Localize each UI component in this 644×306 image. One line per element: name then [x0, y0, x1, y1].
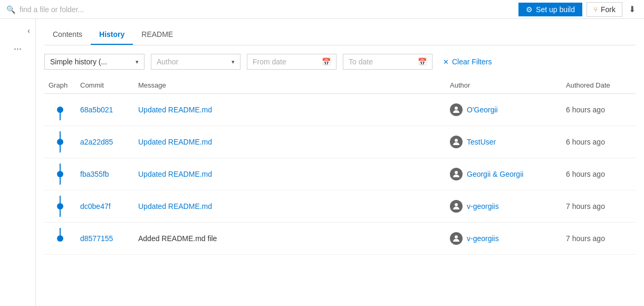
to-date-calendar-icon: 📅 — [418, 58, 427, 66]
history-type-chevron: ▾ — [136, 59, 139, 65]
col-header-author: Author — [446, 78, 562, 94]
avatar — [450, 168, 463, 180]
author-name-link[interactable]: v-georgiis — [467, 234, 499, 243]
to-date-placeholder: To date — [349, 58, 373, 66]
message-cell[interactable]: Updated README.md — [134, 158, 446, 190]
author-name-link[interactable]: O'Georgii — [467, 106, 498, 114]
svg-point-10 — [455, 171, 458, 174]
main-layout: ‹ ··· Contents History README Simple his… — [0, 19, 644, 306]
author-chevron: ▾ — [232, 59, 235, 65]
svg-point-14 — [455, 203, 458, 206]
search-icon: 🔍 — [6, 5, 15, 14]
from-date-filter[interactable]: From date 📅 — [247, 54, 337, 70]
avatar — [450, 103, 463, 116]
search-placeholder[interactable]: find a file or folder... — [20, 5, 84, 14]
message-cell[interactable]: Updated README.md — [134, 94, 446, 126]
message-link[interactable]: Updated README.md — [138, 138, 212, 146]
author-filter[interactable]: Author ▾ — [151, 54, 241, 70]
commit-link[interactable]: fba355fb — [80, 170, 109, 178]
setup-build-label: Set up build — [536, 5, 575, 14]
clear-filters-label: Clear Filters — [452, 58, 492, 66]
commit-hash-cell[interactable]: a2a22d85 — [76, 126, 134, 158]
author-name-link[interactable]: TestUser — [467, 138, 496, 146]
authored-date-cell: 7 hours ago — [562, 190, 636, 223]
tab-history[interactable]: History — [91, 25, 133, 45]
graph-cell-2 — [44, 126, 76, 158]
author-cell: O'Georgii — [446, 94, 562, 126]
date-text: 7 hours ago — [566, 202, 605, 211]
commit-link[interactable]: d8577155 — [80, 234, 113, 243]
message-cell[interactable]: Updated README.md — [134, 126, 446, 158]
setup-build-button[interactable]: ⚙ Set up build — [518, 3, 582, 16]
message-cell: Added README.md file — [134, 223, 446, 255]
col-header-message: Message — [134, 78, 446, 94]
graph-cell-4 — [44, 190, 76, 223]
commit-link[interactable]: dc0be47f — [80, 202, 111, 211]
sidebar-more-button[interactable]: ··· — [9, 41, 26, 56]
date-text: 7 hours ago — [566, 234, 605, 243]
setup-build-icon: ⚙ — [526, 5, 533, 14]
fork-button[interactable]: ⑂ Fork — [587, 2, 622, 17]
author-cell: TestUser — [446, 126, 562, 158]
from-date-calendar-icon: 📅 — [322, 58, 331, 66]
message-link[interactable]: Updated README.md — [138, 106, 212, 114]
author-name-link[interactable]: v-georgiis — [467, 202, 499, 211]
commit-hash-cell[interactable]: dc0be47f — [76, 190, 134, 223]
main-content: Contents History README Simple history (… — [36, 19, 644, 306]
table-row: fba355fbUpdated README.md Georgii & Geor… — [44, 158, 636, 190]
commit-hash-cell[interactable]: d8577155 — [76, 223, 134, 255]
history-type-label: Simple history (... — [50, 58, 107, 66]
svg-point-17 — [455, 235, 458, 238]
from-date-placeholder: From date — [253, 58, 286, 66]
table-row: d8577155Added README.md file v-georgiis … — [44, 223, 636, 255]
graph-cell-1 — [44, 94, 76, 126]
message-link[interactable]: Updated README.md — [138, 170, 212, 178]
commit-hash-cell[interactable]: 68a5b021 — [76, 94, 134, 126]
author-cell: Georgii & Georgii — [446, 158, 562, 190]
message-cell[interactable]: Updated README.md — [134, 190, 446, 223]
avatar — [450, 232, 463, 245]
clear-filters-button[interactable]: ✕ Clear Filters — [439, 55, 496, 68]
commit-hash-cell[interactable]: fba355fb — [76, 158, 134, 190]
author-cell: v-georgiis — [446, 190, 562, 223]
fork-icon: ⑂ — [593, 5, 598, 14]
tabs-bar: Contents History README — [44, 19, 636, 45]
commit-link[interactable]: 68a5b021 — [80, 106, 113, 114]
authored-date-cell: 6 hours ago — [562, 94, 636, 126]
table-row: 68a5b021Updated README.md O'Georgii 6 ho… — [44, 94, 636, 126]
top-bar-actions: ⚙ Set up build ⑂ Fork ⬇ — [518, 2, 638, 17]
top-bar: 🔍 find a file or folder... ⚙ Set up buil… — [0, 0, 644, 19]
col-header-graph: Graph — [44, 78, 76, 94]
author-name-link[interactable]: Georgii & Georgii — [467, 170, 523, 178]
author-placeholder: Author — [157, 58, 178, 66]
date-text: 6 hours ago — [566, 106, 605, 114]
date-text: 6 hours ago — [566, 170, 605, 178]
authored-date-cell: 7 hours ago — [562, 223, 636, 255]
to-date-filter[interactable]: To date 📅 — [343, 54, 432, 70]
tab-contents[interactable]: Contents — [44, 25, 91, 45]
svg-point-6 — [455, 139, 458, 142]
sidebar-collapse-button[interactable]: ‹ — [24, 23, 33, 38]
message-link[interactable]: Updated README.md — [138, 202, 212, 211]
col-header-authored-date: Authored Date — [562, 78, 636, 94]
svg-point-2 — [455, 107, 458, 110]
graph-cell-3 — [44, 158, 76, 190]
clear-filters-x-icon: ✕ — [443, 58, 449, 66]
svg-point-16 — [57, 235, 63, 242]
table-header-row: Graph Commit Message Author Authored Dat… — [44, 78, 636, 94]
avatar — [450, 136, 463, 148]
filter-bar: Simple history (... ▾ Author ▾ From date… — [44, 54, 636, 70]
search-area: 🔍 find a file or folder... — [0, 5, 84, 14]
tab-readme[interactable]: README — [133, 25, 181, 45]
authored-date-cell: 6 hours ago — [562, 158, 636, 190]
date-text: 6 hours ago — [566, 138, 605, 146]
author-cell: v-georgiis — [446, 223, 562, 255]
commits-table: Graph Commit Message Author Authored Dat… — [44, 78, 636, 255]
download-icon[interactable]: ⬇ — [627, 2, 638, 16]
authored-date-cell: 6 hours ago — [562, 126, 636, 158]
table-row: dc0be47fUpdated README.md v-georgiis 7 h… — [44, 190, 636, 223]
sidebar: ‹ ··· — [0, 19, 36, 306]
message-text: Added README.md file — [138, 234, 217, 243]
commit-link[interactable]: a2a22d85 — [80, 138, 113, 146]
history-type-filter[interactable]: Simple history (... ▾ — [44, 54, 145, 70]
